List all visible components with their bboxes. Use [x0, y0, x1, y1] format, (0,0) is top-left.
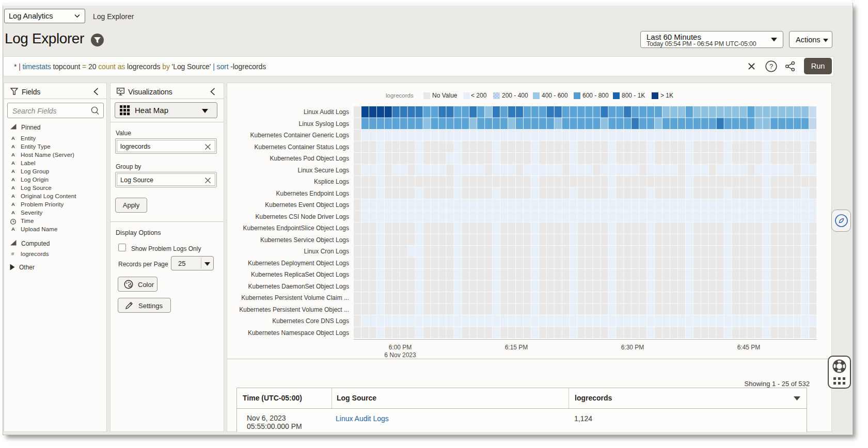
svg-text:?: ? [769, 62, 773, 70]
